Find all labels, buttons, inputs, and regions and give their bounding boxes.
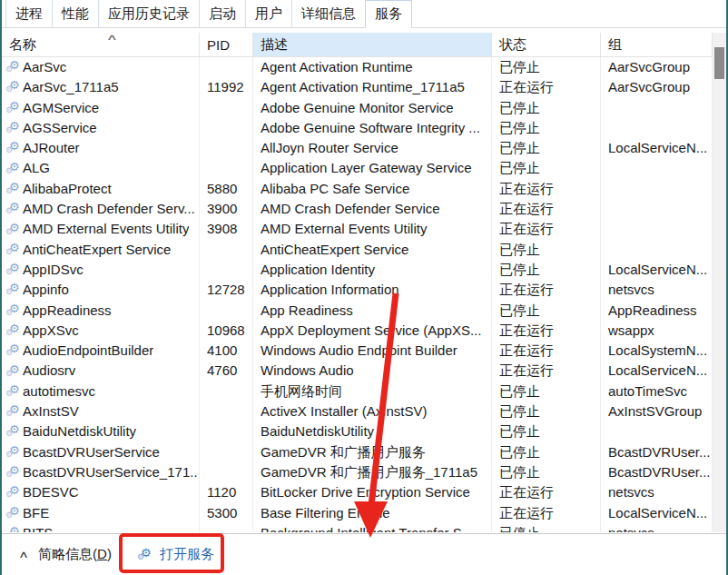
service-name: AarSvc_1711a5 (23, 77, 119, 97)
service-name: BITS (23, 523, 53, 532)
service-name: AudioEndpointBuilder (23, 341, 153, 361)
table-row[interactable]: ⚙⚙ AarSvc_1711a5 11992 Agent Activation … (2, 77, 713, 97)
service-name: autotimesvc (23, 382, 95, 402)
service-group (601, 179, 713, 199)
table-row[interactable]: ⚙⚙ BDESVC 1120 BitLocker Drive Encryptio… (2, 482, 713, 502)
service-gear-icon: ⚙⚙ (5, 161, 23, 177)
service-pid (200, 98, 253, 118)
service-gear-icon: ⚙⚙ (5, 525, 23, 532)
service-name: AxInstSV (23, 402, 79, 421)
service-name: BaiduNetdiskUtility (23, 421, 136, 441)
service-gear-icon: ⚙⚙ (5, 120, 23, 136)
table-row[interactable]: ⚙⚙ AudioEndpointBuilder 4100 Windows Aud… (2, 341, 713, 361)
table-row[interactable]: ⚙⚙ Appinfo 12728 Application Information… (2, 280, 713, 300)
service-description: BitLocker Drive Encryption Service (253, 482, 492, 502)
service-gear-icon: ⚙⚙ (5, 484, 23, 501)
service-status: 已停止 (492, 442, 601, 462)
service-group: netsvcs (601, 482, 713, 502)
service-name: BcastDVRUserService_171.. (23, 462, 198, 482)
table-row[interactable]: ⚙⚙ AppXSvc 10968 AppX Deployment Service… (2, 321, 713, 341)
tab-3[interactable]: 启动 (199, 0, 245, 27)
tab-0[interactable]: 进程 (5, 0, 52, 27)
table-row[interactable]: ⚙⚙ AxInstSV ActiveX Installer (AxInstSV)… (2, 402, 713, 421)
service-name: AarSvc (23, 57, 66, 77)
service-status: 已停止 (492, 138, 601, 158)
service-status: 正在运行 (492, 503, 601, 523)
service-group: netsvcs (601, 280, 713, 300)
service-group: LocalSystemN... (601, 341, 713, 361)
service-description: AntiCheatExpert Service (253, 240, 492, 260)
tab-2[interactable]: 应用历史记录 (98, 0, 199, 27)
service-group: BcastDVRUser... (601, 462, 713, 482)
service-gear-icon: ⚙⚙ (5, 222, 23, 238)
service-pid (200, 57, 253, 77)
details-toggle-button[interactable]: ∧ 简略信息(D) (20, 546, 112, 563)
service-description: Alibaba PC Safe Service (253, 179, 492, 199)
service-description: Adobe Genuine Software Integrity ... (253, 118, 492, 138)
column-header-name[interactable]: 名称 ∧ (2, 33, 200, 56)
table-row[interactable]: ⚙⚙ ALG Application Layer Gateway Service… (2, 158, 713, 178)
open-services-label: 打开服务 (160, 546, 214, 563)
service-group: autoTimeSvc (601, 382, 713, 402)
service-group (601, 118, 713, 138)
service-gear-icon: ⚙⚙ (5, 322, 23, 339)
column-header-status[interactable]: 状态 (492, 33, 601, 56)
service-group (601, 421, 713, 441)
table-row[interactable]: ⚙⚙ BcastDVRUserService GameDVR 和广播用户服务 已… (2, 442, 713, 462)
service-name: AlibabaProtect (23, 179, 112, 199)
tab-5[interactable]: 详细信息 (291, 0, 365, 27)
services-gear-icon: ⚙⚙ (137, 547, 154, 563)
table-row[interactable]: ⚙⚙ AMD External Events Utility 3908 AMD … (2, 219, 713, 239)
service-pid (200, 382, 253, 402)
table-row[interactable]: ⚙⚙ AlibabaProtect 5880 Alibaba PC Safe S… (2, 179, 713, 199)
status-bar: ∧ 简略信息(D) ⚙⚙ 打开服务 (2, 533, 726, 575)
service-description: GameDVR 和广播用户服务_1711a5 (253, 462, 492, 482)
service-description: Application Layer Gateway Service (253, 158, 492, 178)
table-row[interactable]: ⚙⚙ BFE 5300 Base Filtering Engine 正在运行 L… (2, 503, 713, 523)
tab-4[interactable]: 用户 (245, 0, 291, 27)
table-row[interactable]: ⚙⚙ AarSvc Agent Activation Runtime 已停止 A… (2, 57, 713, 77)
sort-ascending-icon: ∧ (106, 33, 118, 42)
service-description: AMD Crash Defender Service (253, 199, 492, 219)
tab-1[interactable]: 性能 (52, 0, 98, 27)
table-row[interactable]: ⚙⚙ AJRouter AllJoyn Router Service 已停止 L… (2, 138, 713, 158)
open-services-link[interactable]: ⚙⚙ 打开服务 (137, 546, 214, 563)
service-status: 已停止 (492, 260, 601, 280)
table-row[interactable]: ⚙⚙ AGMService Adobe Genuine Monitor Serv… (2, 98, 713, 118)
service-gear-icon: ⚙⚙ (5, 282, 23, 298)
table-row[interactable]: ⚙⚙ BITS Background Intelligent Transfer … (2, 523, 713, 532)
service-status: 正在运行 (492, 280, 601, 300)
vertical-scrollbar[interactable] (713, 33, 726, 532)
service-gear-icon: ⚙⚙ (5, 262, 23, 278)
service-group: AppReadiness (601, 301, 713, 321)
column-header-description[interactable]: 描述 (253, 33, 492, 56)
table-row[interactable]: ⚙⚙ BaiduNetdiskUtility BaiduNetdiskUtili… (2, 421, 713, 441)
tab-6[interactable]: 服务 (365, 0, 412, 28)
service-pid (200, 138, 253, 158)
service-pid: 3900 (200, 199, 253, 219)
scrollbar-thumb[interactable] (714, 47, 724, 79)
table-row[interactable]: ⚙⚙ autotimesvc 手机网络时间 已停止 autoTimeSvc (2, 382, 713, 402)
table-row[interactable]: ⚙⚙ BcastDVRUserService_171.. GameDVR 和广播… (2, 462, 713, 482)
column-header-pid[interactable]: PID (200, 33, 253, 56)
service-pid (200, 523, 253, 532)
service-name: AntiCheatExpert Service (23, 240, 171, 260)
service-status: 已停止 (492, 240, 601, 260)
service-pid: 12728 (200, 280, 253, 300)
service-gear-icon: ⚙⚙ (5, 505, 23, 521)
service-name: AppReadiness (23, 301, 112, 321)
table-row[interactable]: ⚙⚙ AMD Crash Defender Serv... 3900 AMD C… (2, 199, 713, 219)
column-header-group[interactable]: 组 (601, 33, 713, 56)
table-row[interactable]: ⚙⚙ AGSService Adobe Genuine Software Int… (2, 118, 713, 138)
service-description: Agent Activation Runtime_1711a5 (253, 77, 492, 97)
service-description: Application Information (253, 280, 492, 300)
service-name: BFE (23, 503, 49, 523)
service-gear-icon: ⚙⚙ (5, 342, 23, 359)
service-pid (200, 402, 253, 421)
table-row[interactable]: ⚙⚙ Audiosrv 4760 Windows Audio 正在运行 Loca… (2, 361, 713, 381)
table-row[interactable]: ⚙⚙ AntiCheatExpert Service AntiCheatExpe… (2, 240, 713, 260)
service-pid: 10968 (200, 321, 253, 341)
service-status: 正在运行 (492, 482, 601, 502)
table-row[interactable]: ⚙⚙ AppReadiness App Readiness 已停止 AppRea… (2, 301, 713, 321)
table-row[interactable]: ⚙⚙ AppIDSvc Application Identity 已停止 Loc… (2, 260, 713, 280)
